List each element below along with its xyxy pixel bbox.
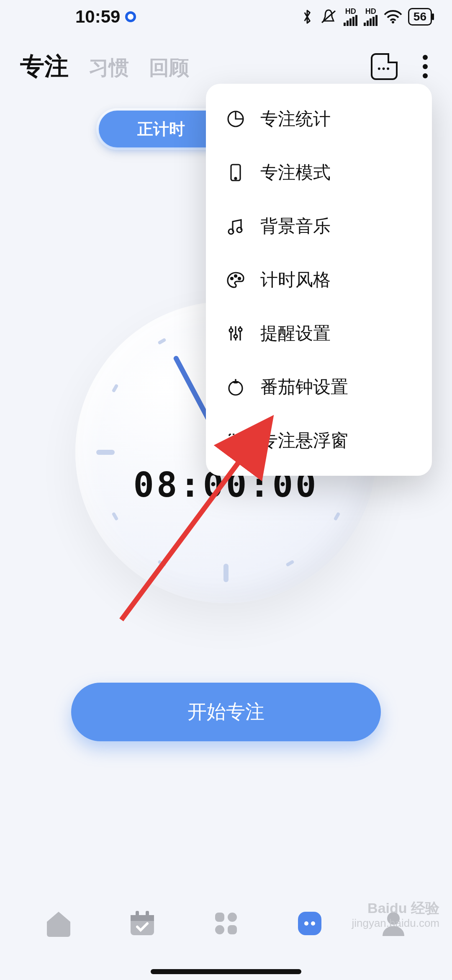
status-record-icon xyxy=(125,11,136,22)
wifi-icon xyxy=(384,10,402,24)
tab-habit[interactable]: 习惯 xyxy=(89,54,129,81)
svg-point-34 xyxy=(304,921,308,926)
svg-point-16 xyxy=(231,278,233,280)
menu-timer-style[interactable]: 计时风格 xyxy=(206,253,432,307)
svg-point-10 xyxy=(392,21,394,23)
svg-rect-0 xyxy=(344,23,346,26)
menu-background-music[interactable]: 背景音乐 xyxy=(206,199,432,253)
more-menu-popup: 专注统计 专注模式 背景音乐 计时风格 提醒设置 番茄钟设置 专注悬浮窗 xyxy=(206,84,432,476)
menu-label: 专注悬浮窗 xyxy=(260,429,348,452)
svg-rect-5 xyxy=(364,23,366,26)
menu-floating-window[interactable]: 专注悬浮窗 xyxy=(206,414,432,467)
svg-rect-8 xyxy=(372,17,375,26)
svg-point-21 xyxy=(239,328,242,331)
svg-rect-28 xyxy=(146,911,149,918)
nav-home[interactable] xyxy=(40,905,77,942)
svg-point-35 xyxy=(311,921,315,926)
svg-rect-1 xyxy=(347,21,349,26)
menu-focus-stats[interactable]: 专注统计 xyxy=(206,92,432,146)
sim-hd-2: HD xyxy=(365,8,376,15)
music-icon xyxy=(226,217,245,236)
svg-rect-30 xyxy=(228,913,237,922)
start-focus-button[interactable]: 开始专注 xyxy=(71,683,381,741)
status-bar: 10:59 HD HD 56 xyxy=(0,0,452,34)
signal-icon-2 xyxy=(364,15,378,26)
nav-focus[interactable] xyxy=(291,905,329,942)
tab-focus[interactable]: 专注 xyxy=(20,50,69,83)
svg-rect-7 xyxy=(370,18,372,26)
top-tabs: 专注 习惯 回顾 xyxy=(20,50,189,83)
palette-icon xyxy=(226,270,245,289)
silent-icon xyxy=(319,8,338,25)
svg-rect-33 xyxy=(298,912,321,935)
svg-point-18 xyxy=(239,278,241,280)
menu-pomodoro-settings[interactable]: 番茄钟设置 xyxy=(206,360,432,414)
svg-rect-27 xyxy=(136,911,139,918)
svg-point-20 xyxy=(234,335,237,338)
nav-apps[interactable] xyxy=(207,905,245,942)
svg-rect-6 xyxy=(367,21,369,26)
menu-label: 专注模式 xyxy=(260,161,331,184)
svg-rect-4 xyxy=(355,15,357,26)
menu-label: 背景音乐 xyxy=(260,214,331,238)
svg-point-13 xyxy=(235,178,236,179)
svg-rect-26 xyxy=(131,915,154,921)
svg-rect-29 xyxy=(215,913,224,922)
svg-rect-9 xyxy=(375,15,378,26)
float-window-icon xyxy=(226,431,245,450)
svg-rect-32 xyxy=(228,925,237,934)
home-indicator xyxy=(151,969,301,974)
menu-reminder-settings[interactable]: 提醒设置 xyxy=(206,307,432,360)
bluetooth-icon xyxy=(301,8,313,25)
signal-icon-1 xyxy=(344,15,358,26)
svg-rect-23 xyxy=(233,438,238,443)
svg-rect-3 xyxy=(352,17,354,26)
nav-calendar[interactable] xyxy=(123,905,161,942)
menu-focus-mode[interactable]: 专注模式 xyxy=(206,146,432,199)
more-menu-button[interactable] xyxy=(419,51,432,83)
document-icon-button[interactable]: ••• xyxy=(371,53,398,80)
svg-point-19 xyxy=(229,329,233,332)
status-icons: HD HD 56 xyxy=(301,8,432,26)
svg-point-22 xyxy=(229,382,242,395)
sliders-icon xyxy=(226,324,245,343)
tomato-icon xyxy=(226,377,245,397)
sim-hd-1: HD xyxy=(345,8,356,15)
svg-rect-31 xyxy=(215,925,224,934)
menu-label: 番茄钟设置 xyxy=(260,375,348,399)
svg-rect-2 xyxy=(349,18,352,26)
pie-chart-icon xyxy=(226,109,245,129)
phone-icon xyxy=(226,163,245,182)
menu-label: 专注统计 xyxy=(260,107,331,131)
battery-indicator: 56 xyxy=(408,8,432,26)
tab-review[interactable]: 回顾 xyxy=(149,54,189,81)
watermark: Baidu 经验 jingyan.baidu.com xyxy=(352,900,439,930)
menu-label: 计时风格 xyxy=(260,268,331,291)
menu-label: 提醒设置 xyxy=(260,322,331,345)
status-time: 10:59 xyxy=(75,7,120,27)
svg-point-17 xyxy=(235,275,237,277)
